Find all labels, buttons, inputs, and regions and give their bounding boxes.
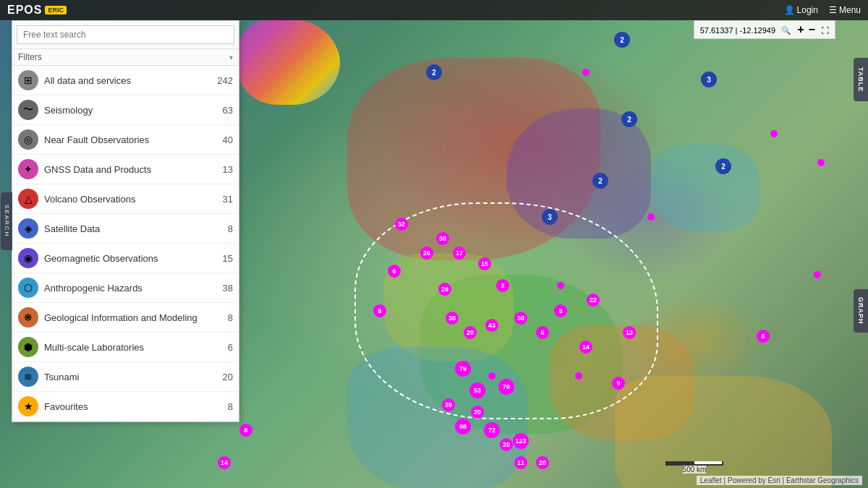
logo-badge: ERIC (45, 6, 67, 14)
category-icon-geomag: ◉ (18, 248, 38, 268)
login-button[interactable]: 👤 Login (784, 5, 818, 15)
map-marker-32[interactable]: 70 (498, 379, 514, 395)
map-marker-13[interactable]: 8 (373, 304, 386, 317)
category-name-geomag: Geomagnetic Observations (44, 253, 223, 264)
map-marker-31[interactable] (488, 372, 495, 380)
map-marker-43[interactable] (647, 213, 655, 221)
category-name-fav: Favourites (44, 401, 228, 412)
map-marker-42[interactable]: 14 (218, 456, 231, 469)
map-marker-38[interactable]: 123 (513, 433, 529, 449)
category-count-gnss: 13 (223, 164, 233, 175)
map-marker-34[interactable]: 20 (471, 406, 484, 419)
category-count-anthro: 38 (223, 283, 233, 294)
map-marker-26[interactable]: 13 (623, 326, 636, 339)
category-item-anthro[interactable]: ⬡Anthropogenic Hazards38 (12, 273, 239, 303)
scale-label: 500 km (683, 466, 707, 474)
map-marker-6[interactable] (817, 159, 825, 166)
map-marker-3[interactable]: 3 (701, 72, 717, 87)
category-icon-nfo: ◎ (18, 129, 38, 150)
category-icon-satellite: ◈ (18, 218, 38, 239)
search-tab[interactable]: SEARCH (1, 192, 12, 250)
category-item-tsunami[interactable]: ≋Tsunami20 (12, 362, 239, 392)
category-item-seismology[interactable]: 〜Seismology63 (12, 95, 239, 125)
map-marker-39[interactable]: 11 (514, 456, 527, 469)
category-item-geomag[interactable]: ◉Geomagnetic Observations15 (12, 244, 239, 273)
category-item-all[interactable]: ⊞All data and services242 (12, 66, 239, 95)
geo-overlay-6 (347, 347, 528, 488)
map-marker-2[interactable] (582, 69, 590, 76)
category-item-volcano[interactable]: △Volcano Observations31 (12, 184, 239, 214)
category-name-anthro: Anthropogenic Hazards (44, 283, 223, 294)
map-marker-36[interactable]: 72 (484, 422, 500, 438)
category-name-nfo: Near Fault Observatories (44, 134, 223, 145)
filters-row[interactable]: Filters ▾ (12, 49, 239, 66)
map-container[interactable]: 2232223322668301715228382043306822139795… (0, 0, 868, 488)
category-item-gnss[interactable]: ✦GNSS Data and Products13 (12, 155, 239, 184)
map-marker-33[interactable]: 39 (442, 398, 455, 411)
category-item-geol[interactable]: ❋Geological Information and Modeling8 (12, 303, 239, 333)
map-attribution: Leaflet | Powered by Esri | Earthstar Ge… (697, 476, 862, 485)
category-icon-all: ⊞ (18, 70, 38, 90)
category-count-fav: 8 (228, 401, 233, 412)
map-marker-5[interactable] (770, 130, 778, 137)
category-item-fav[interactable]: ★Favourites8 (12, 392, 239, 421)
search-icon[interactable]: 🔍 (781, 26, 791, 35)
map-marker-15[interactable]: 17 (453, 247, 466, 260)
category-count-all: 242 (217, 75, 233, 86)
category-count-multi: 6 (228, 342, 233, 353)
map-marker-17[interactable]: 2 (496, 279, 509, 292)
map-marker-37[interactable]: 20 (500, 438, 513, 451)
map-marker-18[interactable]: 28 (438, 283, 451, 296)
map-marker-41[interactable]: 8 (239, 424, 252, 437)
map-marker-20[interactable]: 20 (464, 326, 477, 339)
map-marker-9[interactable]: 3 (542, 209, 558, 225)
category-count-geol: 8 (228, 312, 233, 323)
map-marker-12[interactable]: 6 (388, 265, 401, 278)
map-marker-19[interactable]: 38 (446, 312, 459, 325)
map-marker-10[interactable]: 32 (395, 218, 408, 231)
map-marker-29[interactable]: 79 (455, 361, 471, 377)
map-marker-21[interactable]: 43 (485, 319, 498, 332)
map-marker-40[interactable]: 20 (536, 456, 549, 469)
zoom-out-button[interactable]: − (809, 23, 815, 35)
map-marker-4[interactable]: 2 (621, 111, 637, 127)
map-marker-30[interactable]: 53 (469, 382, 485, 398)
filters-label: Filters (18, 52, 42, 62)
map-marker-44[interactable] (557, 282, 564, 289)
table-panel-toggle[interactable]: TABLE (854, 58, 868, 101)
map-marker-28[interactable] (575, 372, 582, 380)
map-marker-24[interactable]: 8 (554, 304, 567, 317)
map-marker-0[interactable]: 2 (426, 64, 442, 80)
map-marker-22[interactable]: 30 (514, 312, 527, 325)
map-marker-16[interactable]: 15 (478, 257, 491, 270)
search-input[interactable] (17, 25, 234, 44)
category-name-seismology: Seismology (44, 105, 223, 116)
map-marker-23[interactable]: 6 (536, 326, 549, 339)
map-marker-11[interactable]: 26 (420, 247, 433, 260)
map-marker-25[interactable]: 22 (587, 294, 600, 307)
map-marker-27[interactable]: 9 (612, 377, 625, 390)
fullscreen-button[interactable]: ⛶ (821, 26, 829, 35)
geo-overlay-7 (615, 376, 832, 488)
map-marker-1[interactable]: 2 (614, 32, 630, 48)
menu-button[interactable]: ☰ Menu (829, 5, 861, 15)
category-count-seismology: 63 (223, 105, 233, 116)
category-icon-gnss: ✦ (18, 159, 38, 179)
category-icon-anthro: ⬡ (18, 278, 38, 298)
logo[interactable]: EPOS ERIC (7, 4, 67, 17)
graph-panel-toggle[interactable]: GRAPH (854, 289, 868, 333)
zoom-in-button[interactable]: + (797, 23, 804, 35)
category-item-satellite[interactable]: ◈Satellite Data8 (12, 214, 239, 244)
map-marker-35[interactable]: 98 (455, 419, 471, 435)
map-marker-46[interactable]: 8 (757, 330, 770, 343)
map-marker-8[interactable]: 2 (592, 173, 608, 189)
category-name-geol: Geological Information and Modeling (44, 312, 228, 323)
map-marker-47[interactable] (814, 271, 821, 278)
iceland-overlay (239, 18, 340, 105)
category-item-multi[interactable]: ⬢Multi-scale Laboratories6 (12, 333, 239, 362)
category-count-tsunami: 20 (223, 372, 233, 382)
category-item-nfo[interactable]: ◎Near Fault Observatories40 (12, 125, 239, 155)
map-marker-45[interactable]: 14 (579, 341, 592, 354)
map-marker-14[interactable]: 30 (436, 232, 449, 245)
map-marker-7[interactable]: 2 (715, 158, 731, 174)
